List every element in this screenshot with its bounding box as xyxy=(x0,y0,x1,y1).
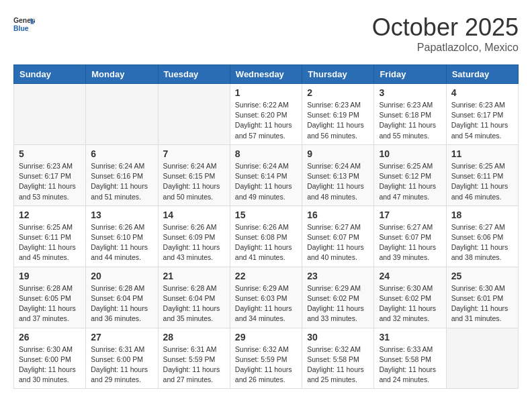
day-info: Sunrise: 6:23 AM Sunset: 6:19 PM Dayligh… xyxy=(307,100,369,141)
calendar-day-cell: 1Sunrise: 6:22 AM Sunset: 6:20 PM Daylig… xyxy=(230,84,302,145)
calendar-day-cell: 14Sunrise: 6:26 AM Sunset: 6:09 PM Dayli… xyxy=(158,205,230,267)
calendar-day-cell: 30Sunrise: 6:32 AM Sunset: 5:58 PM Dayli… xyxy=(302,328,374,389)
day-number: 3 xyxy=(379,87,441,98)
calendar-week-row: 19Sunrise: 6:28 AM Sunset: 6:05 PM Dayli… xyxy=(14,267,519,328)
day-number: 9 xyxy=(307,148,369,159)
day-number: 14 xyxy=(163,210,225,220)
day-info: Sunrise: 6:25 AM Sunset: 6:11 PM Dayligh… xyxy=(451,161,513,202)
day-number: 23 xyxy=(307,271,369,281)
day-number: 2 xyxy=(307,87,369,98)
day-info: Sunrise: 6:23 AM Sunset: 6:18 PM Dayligh… xyxy=(379,100,441,141)
calendar-day-cell: 24Sunrise: 6:30 AM Sunset: 6:02 PM Dayli… xyxy=(374,267,446,328)
day-info: Sunrise: 6:29 AM Sunset: 6:03 PM Dayligh… xyxy=(235,283,297,324)
day-info: Sunrise: 6:27 AM Sunset: 6:07 PM Dayligh… xyxy=(379,222,441,263)
calendar-day-cell: 10Sunrise: 6:25 AM Sunset: 6:12 PM Dayli… xyxy=(374,144,446,205)
day-number: 12 xyxy=(19,210,81,220)
day-number: 4 xyxy=(451,87,513,98)
calendar-day-cell: 11Sunrise: 6:25 AM Sunset: 6:11 PM Dayli… xyxy=(446,144,518,205)
day-number: 25 xyxy=(451,271,513,281)
day-info: Sunrise: 6:27 AM Sunset: 6:06 PM Dayligh… xyxy=(451,222,513,263)
calendar-day-cell: 26Sunrise: 6:30 AM Sunset: 6:00 PM Dayli… xyxy=(14,328,86,389)
day-info: Sunrise: 6:24 AM Sunset: 6:14 PM Dayligh… xyxy=(235,161,297,202)
day-info: Sunrise: 6:31 AM Sunset: 6:00 PM Dayligh… xyxy=(91,345,152,385)
location: Papatlazolco, Mexico xyxy=(372,42,519,54)
calendar-empty-cell xyxy=(446,328,518,389)
calendar-day-cell: 17Sunrise: 6:27 AM Sunset: 6:07 PM Dayli… xyxy=(374,205,446,267)
day-info: Sunrise: 6:25 AM Sunset: 6:11 PM Dayligh… xyxy=(19,222,81,263)
day-number: 22 xyxy=(235,271,297,281)
day-number: 31 xyxy=(379,332,441,342)
calendar-day-cell: 4Sunrise: 6:23 AM Sunset: 6:17 PM Daylig… xyxy=(446,84,518,145)
logo: General Blue xyxy=(13,13,35,35)
day-number: 16 xyxy=(307,210,369,220)
svg-text:Blue: Blue xyxy=(13,25,29,32)
day-info: Sunrise: 6:32 AM Sunset: 5:58 PM Dayligh… xyxy=(307,345,369,385)
calendar-day-cell: 23Sunrise: 6:29 AM Sunset: 6:02 PM Dayli… xyxy=(302,267,374,328)
day-number: 20 xyxy=(91,271,152,281)
day-info: Sunrise: 6:33 AM Sunset: 5:58 PM Dayligh… xyxy=(379,345,441,385)
calendar-week-row: 12Sunrise: 6:25 AM Sunset: 6:11 PM Dayli… xyxy=(14,205,519,267)
day-number: 13 xyxy=(91,210,152,220)
day-number: 5 xyxy=(19,148,81,159)
calendar-day-cell: 31Sunrise: 6:33 AM Sunset: 5:58 PM Dayli… xyxy=(374,328,446,389)
logo-icon: General Blue xyxy=(13,13,35,35)
calendar-day-cell: 2Sunrise: 6:23 AM Sunset: 6:19 PM Daylig… xyxy=(302,84,374,145)
weekday-header-monday: Monday xyxy=(86,65,158,84)
day-info: Sunrise: 6:28 AM Sunset: 6:05 PM Dayligh… xyxy=(19,283,81,324)
day-info: Sunrise: 6:25 AM Sunset: 6:12 PM Dayligh… xyxy=(379,161,441,202)
day-info: Sunrise: 6:23 AM Sunset: 6:17 PM Dayligh… xyxy=(19,161,81,202)
calendar-week-row: 26Sunrise: 6:30 AM Sunset: 6:00 PM Dayli… xyxy=(14,328,519,389)
day-number: 29 xyxy=(235,332,297,342)
day-number: 15 xyxy=(235,210,297,220)
weekday-header-tuesday: Tuesday xyxy=(158,65,230,84)
calendar-day-cell: 21Sunrise: 6:28 AM Sunset: 6:04 PM Dayli… xyxy=(158,267,230,328)
weekday-header-thursday: Thursday xyxy=(302,65,374,84)
weekday-header-friday: Friday xyxy=(374,65,446,84)
day-info: Sunrise: 6:27 AM Sunset: 6:07 PM Dayligh… xyxy=(307,222,369,263)
day-info: Sunrise: 6:28 AM Sunset: 6:04 PM Dayligh… xyxy=(163,283,225,324)
calendar-week-row: 5Sunrise: 6:23 AM Sunset: 6:17 PM Daylig… xyxy=(14,144,519,205)
day-info: Sunrise: 6:30 AM Sunset: 6:00 PM Dayligh… xyxy=(19,345,81,385)
day-number: 1 xyxy=(235,87,297,98)
day-info: Sunrise: 6:24 AM Sunset: 6:13 PM Dayligh… xyxy=(307,161,369,202)
calendar-table: SundayMondayTuesdayWednesdayThursdayFrid… xyxy=(13,64,519,389)
calendar-day-cell: 9Sunrise: 6:24 AM Sunset: 6:13 PM Daylig… xyxy=(302,144,374,205)
calendar-day-cell: 19Sunrise: 6:28 AM Sunset: 6:05 PM Dayli… xyxy=(14,267,86,328)
calendar-day-cell: 5Sunrise: 6:23 AM Sunset: 6:17 PM Daylig… xyxy=(14,144,86,205)
day-number: 18 xyxy=(451,210,513,220)
calendar-day-cell: 28Sunrise: 6:31 AM Sunset: 5:59 PM Dayli… xyxy=(158,328,230,389)
day-number: 19 xyxy=(19,271,81,281)
day-info: Sunrise: 6:31 AM Sunset: 5:59 PM Dayligh… xyxy=(163,345,225,385)
day-number: 28 xyxy=(163,332,225,342)
calendar-empty-cell xyxy=(158,84,230,145)
day-number: 24 xyxy=(379,271,441,281)
day-info: Sunrise: 6:22 AM Sunset: 6:20 PM Dayligh… xyxy=(235,100,297,141)
calendar-day-cell: 25Sunrise: 6:30 AM Sunset: 6:01 PM Dayli… xyxy=(446,267,518,328)
calendar-day-cell: 27Sunrise: 6:31 AM Sunset: 6:00 PM Dayli… xyxy=(86,328,158,389)
day-info: Sunrise: 6:29 AM Sunset: 6:02 PM Dayligh… xyxy=(307,283,369,324)
calendar-day-cell: 8Sunrise: 6:24 AM Sunset: 6:14 PM Daylig… xyxy=(230,144,302,205)
title-block: October 2025 Papatlazolco, Mexico xyxy=(372,13,519,54)
calendar-day-cell: 29Sunrise: 6:32 AM Sunset: 5:59 PM Dayli… xyxy=(230,328,302,389)
calendar-day-cell: 13Sunrise: 6:26 AM Sunset: 6:10 PM Dayli… xyxy=(86,205,158,267)
month-title: October 2025 xyxy=(372,13,519,42)
day-info: Sunrise: 6:28 AM Sunset: 6:04 PM Dayligh… xyxy=(91,283,152,324)
calendar-day-cell: 6Sunrise: 6:24 AM Sunset: 6:16 PM Daylig… xyxy=(86,144,158,205)
day-info: Sunrise: 6:26 AM Sunset: 6:08 PM Dayligh… xyxy=(235,222,297,263)
weekday-header-sunday: Sunday xyxy=(14,65,86,84)
calendar-empty-cell xyxy=(14,84,86,145)
day-number: 26 xyxy=(19,332,81,342)
day-number: 27 xyxy=(91,332,152,342)
day-info: Sunrise: 6:24 AM Sunset: 6:16 PM Dayligh… xyxy=(91,161,152,202)
svg-marker-3 xyxy=(31,21,34,24)
day-info: Sunrise: 6:30 AM Sunset: 6:01 PM Dayligh… xyxy=(451,283,513,324)
day-number: 7 xyxy=(163,148,225,159)
calendar-empty-cell xyxy=(86,84,158,145)
day-info: Sunrise: 6:23 AM Sunset: 6:17 PM Dayligh… xyxy=(451,100,513,141)
calendar-day-cell: 18Sunrise: 6:27 AM Sunset: 6:06 PM Dayli… xyxy=(446,205,518,267)
day-number: 30 xyxy=(307,332,369,342)
calendar-day-cell: 7Sunrise: 6:24 AM Sunset: 6:15 PM Daylig… xyxy=(158,144,230,205)
calendar-day-cell: 12Sunrise: 6:25 AM Sunset: 6:11 PM Dayli… xyxy=(14,205,86,267)
day-info: Sunrise: 6:26 AM Sunset: 6:09 PM Dayligh… xyxy=(163,222,225,263)
page-header: General Blue October 2025 Papatlazolco, … xyxy=(13,13,519,54)
